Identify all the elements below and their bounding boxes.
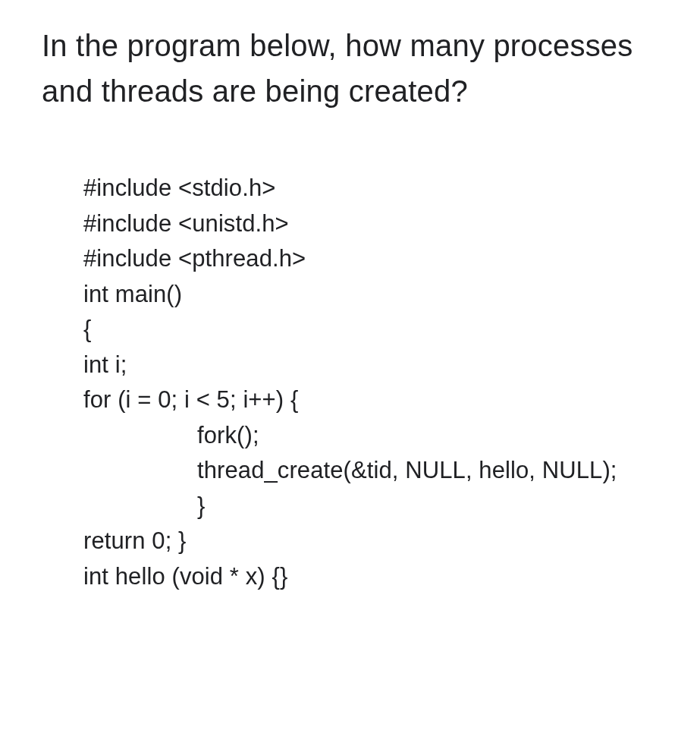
code-line-indented: thread_create(&tid, NULL, hello, NULL); (83, 453, 658, 489)
code-line: #include <unistd.h> (83, 206, 658, 242)
code-line: { (83, 312, 658, 348)
code-line: #include <pthread.h> (83, 241, 658, 277)
code-line-indented: fork(); (83, 418, 658, 454)
code-line: int hello (void * x) {} (83, 559, 658, 595)
code-line: return 0; } (83, 524, 658, 559)
code-line: int main() (83, 277, 658, 313)
question-text: In the program below, how many processes… (42, 23, 658, 114)
code-line: int i; (83, 348, 658, 383)
code-line: for (i = 0; i < 5; i++) { (83, 382, 658, 418)
code-line-indented: } (83, 489, 658, 524)
code-block: #include <stdio.h> #include <unistd.h> #… (42, 171, 658, 594)
code-line: #include <stdio.h> (83, 171, 658, 206)
